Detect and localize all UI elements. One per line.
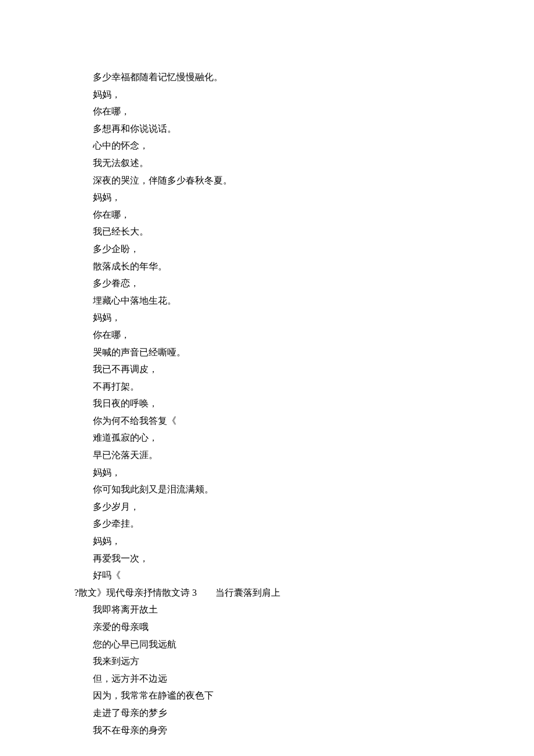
poem-line: 妈妈， — [74, 86, 534, 103]
poem-line: 你在哪， — [74, 103, 534, 120]
poem-line: 埋藏心中落地生花。 — [74, 292, 534, 309]
poem-line: 但，远方并不边远 — [74, 670, 534, 687]
poem-line: 我即将离开故土 — [74, 601, 534, 618]
poem-line: 妈妈， — [74, 309, 534, 326]
poem-line: 我已经长大。 — [74, 223, 534, 240]
poem-line: 你为何不给我答复《 — [74, 412, 534, 430]
poem-line: 哭喊的声音已经嘶哑。 — [74, 344, 534, 361]
poem-line: 再爱我一次， — [74, 550, 534, 567]
poem-line: 你在哪， — [74, 326, 534, 344]
poem-line: 多少眷恋， — [74, 275, 534, 292]
poem-line: 你可知我此刻又是泪流满颊。 — [74, 481, 534, 498]
poem-line: 多少岁月， — [74, 498, 534, 516]
poem-line: 我已不再调皮， — [74, 361, 534, 378]
poem-line: 你在哪， — [74, 206, 534, 224]
poem-content: 多少幸福都随着记忆慢慢融化。妈妈，你在哪，多想再和你说说话。心中的怀念，我无法叙… — [0, 69, 534, 739]
poem-line: 不再打架。 — [74, 378, 534, 395]
poem-line: 我不在母亲的身旁 — [74, 722, 534, 739]
poem-line: 妈妈， — [74, 464, 534, 481]
poem-line: 深夜的哭泣，伴随多少春秋冬夏。 — [74, 172, 534, 189]
poem-line: 您的心早已同我远航 — [74, 636, 534, 653]
poem-line: 亲爱的母亲哦 — [74, 618, 534, 636]
poem-line: 心中的怀念， — [74, 137, 534, 154]
poem-line: 早已沦落天涯。 — [74, 447, 534, 464]
poem-line: 散落成长的年华。 — [74, 258, 534, 275]
poem-line: 妈妈， — [74, 532, 534, 550]
poem-line: ?散文》现代母亲抒情散文诗 3 当行囊落到肩上 — [74, 584, 534, 602]
poem-line: 妈妈， — [74, 189, 534, 206]
poem-line: 多少牵挂。 — [74, 515, 534, 532]
poem-line: 走进了母亲的梦乡 — [74, 704, 534, 722]
poem-line: 多想再和你说说话。 — [74, 120, 534, 138]
poem-line: 因为，我常常在静谧的夜色下 — [74, 687, 534, 704]
poem-line: 我日夜的呼唤， — [74, 395, 534, 412]
poem-line: 好吗《 — [74, 567, 534, 584]
poem-line: 难道孤寂的心， — [74, 429, 534, 447]
poem-line: 多少企盼， — [74, 240, 534, 258]
poem-line: 我无法叙述。 — [74, 154, 534, 172]
poem-line: 我来到远方 — [74, 653, 534, 670]
poem-line: 多少幸福都随着记忆慢慢融化。 — [74, 69, 534, 86]
